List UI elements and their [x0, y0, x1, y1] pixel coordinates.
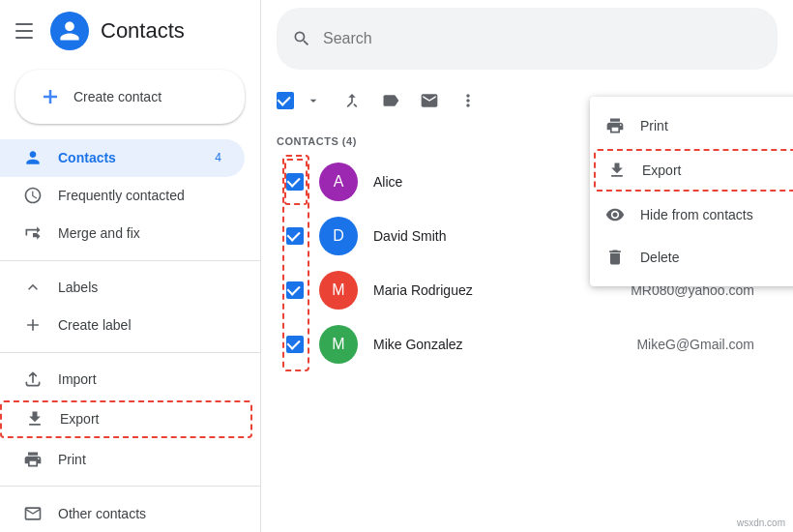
- menu-item-delete[interactable]: Delete: [590, 236, 793, 279]
- divider-1: [0, 260, 260, 261]
- label-button[interactable]: [373, 83, 408, 118]
- contacts-nav-label: Contacts: [58, 150, 116, 165]
- app-icon: [50, 12, 89, 50]
- email-icon: [420, 91, 439, 110]
- sidebar-item-import[interactable]: Import: [0, 361, 245, 399]
- menu-print-label: Print: [640, 118, 668, 133]
- sidebar: Contacts Create contact Contacts 4 Frequ…: [0, 0, 261, 532]
- contact-name: Maria Rodriguez: [373, 282, 615, 298]
- export-label: Export: [60, 411, 99, 427]
- select-dropdown-button[interactable]: [296, 83, 331, 118]
- watermark: wsxdn.com: [737, 517, 785, 528]
- contact-checkbox[interactable]: [286, 281, 304, 299]
- create-contact-button[interactable]: Create contact: [15, 70, 245, 124]
- search-input[interactable]: [323, 30, 762, 47]
- contact-avatar: M: [319, 325, 358, 364]
- contact-checkbox[interactable]: [286, 227, 304, 245]
- other-contacts-label: Other contacts: [58, 506, 146, 521]
- menu-hide-label: Hide from contacts: [640, 207, 753, 222]
- menu-item-export[interactable]: Export: [594, 149, 793, 192]
- sidebar-item-merge[interactable]: Merge and fix: [0, 215, 245, 252]
- dropdown-menu: Print Export Hide from contacts Delete: [590, 97, 793, 286]
- app-title: Contacts: [101, 18, 185, 44]
- more-icon: [458, 91, 478, 110]
- import-label: Import: [58, 371, 97, 387]
- print-label: Print: [58, 452, 86, 467]
- print-menu-icon: [605, 116, 625, 135]
- labels-section-header[interactable]: Labels: [0, 269, 260, 307]
- contacts-badge: 4: [215, 151, 221, 164]
- frequently-label: Frequently contacted: [58, 188, 185, 203]
- sidebar-item-contacts[interactable]: Contacts 4: [0, 139, 245, 177]
- search-bar: [277, 8, 778, 70]
- create-label-label: Create label: [58, 317, 132, 333]
- hide-menu-icon: [605, 205, 625, 224]
- menu-item-print[interactable]: Print: [590, 104, 793, 147]
- hamburger-icon[interactable]: [15, 19, 39, 43]
- menu-export-label: Export: [642, 163, 681, 178]
- labels-label: Labels: [58, 280, 98, 295]
- chevron-down-icon: [306, 93, 321, 108]
- main-content: CONTACTS (4) A Alice D David Smith M: [261, 0, 793, 532]
- select-all-checkbox[interactable]: [277, 92, 294, 109]
- contact-avatar: D: [319, 217, 358, 255]
- divider-2: [0, 352, 260, 353]
- menu-item-hide[interactable]: Hide from contacts: [590, 193, 793, 236]
- more-button[interactable]: [451, 83, 485, 118]
- email-button[interactable]: [412, 83, 447, 118]
- menu-delete-label: Delete: [640, 250, 679, 265]
- search-icon: [292, 29, 311, 48]
- sidebar-item-other-contacts[interactable]: Other contacts: [0, 494, 245, 532]
- contact-checkbox[interactable]: [286, 336, 304, 353]
- contact-avatar: M: [319, 271, 358, 310]
- create-contact-label: Create contact: [73, 89, 162, 104]
- contact-avatar: A: [319, 163, 358, 201]
- sidebar-header: Contacts: [0, 0, 260, 62]
- sidebar-item-export[interactable]: Export: [0, 400, 252, 439]
- contact-checkbox[interactable]: [286, 173, 304, 191]
- contact-name: Mike Gonzalez: [373, 337, 621, 352]
- sidebar-item-frequently[interactable]: Frequently contacted: [0, 177, 245, 215]
- export-menu-icon: [607, 161, 627, 180]
- label-icon: [381, 91, 400, 110]
- delete-menu-icon: [605, 248, 625, 267]
- merge-icon: [342, 91, 362, 110]
- sidebar-item-create-label[interactable]: Create label: [0, 307, 245, 344]
- contact-email: MikeG@Gmail.com: [636, 337, 754, 352]
- merge-button[interactable]: [335, 83, 369, 118]
- contact-row[interactable]: M Mike Gonzalez MikeG@Gmail.com: [277, 317, 778, 371]
- divider-3: [0, 486, 260, 487]
- select-all-group: [277, 83, 331, 118]
- sidebar-item-print[interactable]: Print: [0, 440, 245, 478]
- merge-label: Merge and fix: [58, 225, 140, 241]
